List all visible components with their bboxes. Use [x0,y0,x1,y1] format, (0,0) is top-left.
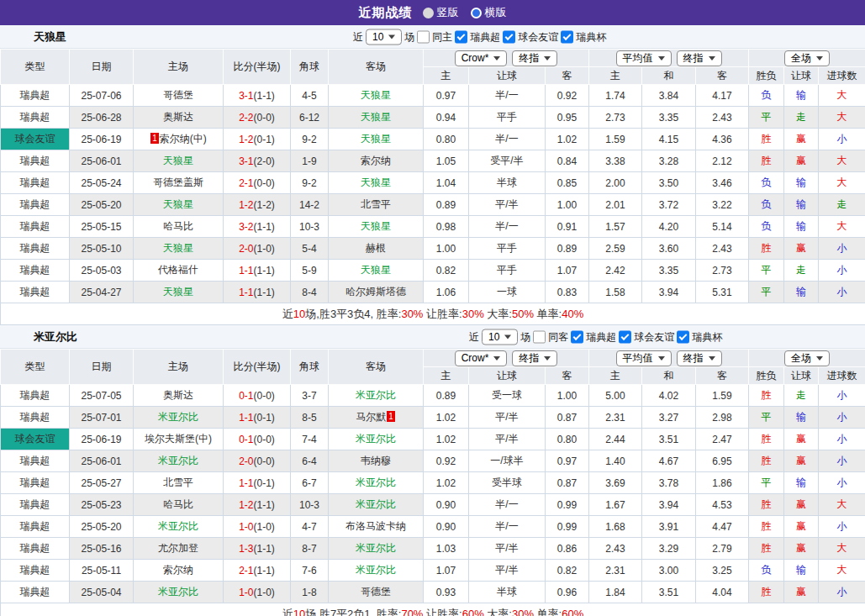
team-name: 天狼星 [361,220,391,232]
result-cell: 胜 [749,238,784,260]
handicap-line-cell: 受平/半 [469,150,546,172]
vertical-layout-option[interactable]: 竖版 [423,5,459,20]
score-cell: 0-1(0-0) [224,385,291,407]
handicap-group-header: Crow* 终指 [424,50,589,67]
result-text: 大 [837,564,847,576]
league-type-cell: 瑞典超 [1,216,70,238]
handicap-away-odds-cell: 0.80 [546,429,589,450]
horizontal-radio[interactable] [471,8,482,18]
fulltime-score: 1-2 [239,499,253,511]
avg-home-odds-cell: 2.31 [589,407,642,429]
result-cell: 平 [749,407,784,429]
avg-draw-odds-cell: 3.50 [642,172,696,194]
final-odds-select-2[interactable]: 终指 [677,350,722,366]
result-text: 输 [796,220,806,232]
col-header-away: 客场 [329,50,424,85]
result-text: 小 [837,264,847,276]
vertical-radio[interactable] [423,8,434,18]
avg-draw-odds-cell: 3.91 [642,516,696,538]
result-text: 负 [762,89,772,101]
average-select[interactable]: 平均值 [616,350,672,366]
match-row: 瑞典超25-05-27北雪平1-1(0-1)6-7米亚尔比1.02受半球0.87… [1,472,865,494]
team-name: 哈马比 [163,498,193,510]
avg-draw-odds-cell: 3.28 [642,150,696,172]
team-name: 索尔纳(中) [160,133,207,145]
result-text: 小 [837,389,847,401]
score-cell: 2-2(0-0) [224,107,291,129]
final-odds-select[interactable]: 终指 [512,50,557,66]
result-cell: 胜 [749,538,784,560]
same-venue-checkbox[interactable] [533,330,546,343]
goals-result-cell: 走 [819,194,865,216]
bookmaker-select[interactable]: Crow* [455,350,508,366]
league-checkbox-friendly[interactable] [619,330,631,343]
avg-draw-odds-cell: 4.02 [642,385,696,407]
result-text: 赢 [796,155,806,166]
avg-home-odds-cell: 2.73 [589,107,642,129]
handicap-result-cell: 输 [784,85,819,107]
result-text: 输 [796,198,806,210]
date-cell: 25-05-16 [70,538,134,560]
handicap-away-odds-cell: 0.99 [546,494,589,516]
bookmaker-select-value: Crow* [462,52,489,65]
league-checkbox-cup[interactable] [677,330,689,343]
sub-header-result: 胜负 [749,67,784,85]
team-name: 索尔纳 [361,155,391,166]
result-text: 大 [837,542,847,554]
corner-cell: 6-12 [291,107,329,129]
final-odds-select[interactable]: 终指 [512,350,557,366]
bookmaker-select[interactable]: Crow* [455,50,508,66]
team-name: 索尔纳 [163,564,193,576]
avg-away-odds-cell: 4.36 [696,129,749,150]
horizontal-layout-option[interactable]: 横版 [471,5,507,20]
score-cell: 1-1(0-1) [224,407,291,429]
final-odds-select-2[interactable]: 终指 [677,50,722,66]
halftime-score: (2-0) [254,155,275,167]
recent-count-select[interactable]: 10 [366,29,402,45]
result-text: 小 [837,586,847,598]
match-row: 瑞典超25-06-01天狼星3-1(2-0)1-9索尔纳1.05受平/半0.84… [1,150,865,172]
section-summary: 近10场,胜3平3负4, 胜率:30% 让胜率:30% 大率:50% 单率:40… [1,303,865,325]
date-cell: 25-04-27 [70,282,134,303]
result-text: 胜 [762,242,772,254]
league-checkbox-cup[interactable] [561,30,573,43]
away-team-cell: 布洛马波卡纳 [329,516,424,538]
recent-count-select[interactable]: 10 [482,329,518,345]
corner-cell: 6-7 [291,472,329,494]
team-name: 米亚尔比 [356,564,396,576]
avg-draw-odds-cell: 3.94 [642,494,696,516]
date-cell: 25-05-20 [70,194,134,216]
final-odds-select-value: 终指 [519,52,539,65]
fulltime-select[interactable]: 全场 [784,50,830,66]
match-row: 瑞典超25-07-06哥德堡3-1(1-1)4-5天狼星0.97半/一0.921… [1,85,865,107]
summary-segment: 单率: [534,608,562,616]
handicap-home-odds-cell: 1.07 [424,560,469,582]
league-label-friendly: 球会友谊 [634,329,674,344]
match-row: 瑞典超25-05-04米亚尔比1-0(1-0)1-8哥德堡0.93半球0.961… [1,582,865,603]
avg-draw-odds-cell: 3.72 [642,194,696,216]
league-checkbox-allsvenskan[interactable] [571,330,583,343]
team-name: 哥德堡 [361,586,391,598]
average-select[interactable]: 平均值 [616,50,672,66]
handicap-result-cell: 赢 [784,582,819,603]
home-team-cell: 代格福什 [134,260,224,282]
team-name: 米亚尔比 [356,476,396,488]
league-label-allsvenskan: 瑞典超 [586,329,616,344]
page-title: 近期战绩 [359,5,413,21]
result-text: 大 [837,176,847,188]
avg-home-odds-cell: 5.00 [589,385,642,407]
filter-near-label: 近 [469,329,479,344]
filter-near-label: 近 [353,29,363,44]
same-venue-checkbox[interactable] [417,30,430,43]
team-name: 韦纳穆 [361,455,391,466]
fulltime-select[interactable]: 全场 [784,350,830,366]
result-text: 赢 [796,542,806,554]
handicap-home-odds-cell: 1.02 [424,429,469,450]
team-name: 米亚尔比 [356,389,396,401]
away-team-cell: 米亚尔比 [329,385,424,407]
league-checkbox-friendly[interactable] [503,30,515,43]
away-team-cell: 哈尔姆斯塔德 [329,282,424,303]
handicap-result-cell: 输 [784,472,819,494]
corner-cell: 7-4 [291,429,329,450]
league-checkbox-allsvenskan[interactable] [455,30,467,43]
